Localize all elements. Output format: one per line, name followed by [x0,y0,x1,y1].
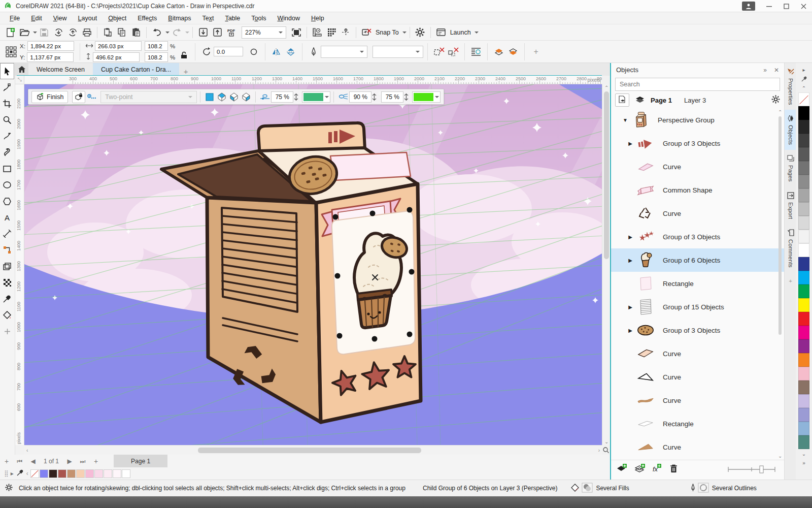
palette-swatch[interactable] [798,312,809,326]
expander-icon[interactable]: ▼ [622,117,628,123]
plane-right-icon[interactable] [240,91,252,103]
selection-handle[interactable] [333,214,339,220]
remove-perspective-icon[interactable] [432,45,446,58]
palette-swatch[interactable] [798,147,809,161]
palette-swatch[interactable] [798,257,809,271]
first-page-button[interactable]: ⏮ [13,458,26,465]
palette-scroll-left[interactable]: ‹ [26,470,28,477]
text-tool[interactable]: A [0,209,14,226]
delete-button[interactable] [670,464,678,474]
remove-perspective-group-icon[interactable] [447,45,460,58]
undo-button[interactable] [150,26,163,39]
line-opacity-spinner[interactable] [403,91,409,103]
palette-swatch[interactable] [798,326,809,339]
palette-swatch[interactable] [798,394,809,408]
expander-icon[interactable]: ▶ [627,234,633,240]
object-row[interactable]: Rectangle [611,412,784,435]
cut-button[interactable] [101,26,114,39]
palette-swatch[interactable] [798,380,809,394]
new-document-button[interactable] [4,26,17,39]
new-layer-button[interactable] [634,463,646,475]
doc-swatch[interactable] [67,469,76,478]
doc-swatch-none[interactable] [30,469,39,478]
doc-swatch[interactable] [76,469,85,478]
mesh-fill-tool[interactable] [0,274,14,291]
objects-search-input[interactable] [615,78,780,91]
object-row[interactable]: ▼Perspective Group [611,108,784,132]
expander-icon[interactable]: ▶ [627,328,633,333]
palette-top-arrow[interactable]: ▸ [796,65,812,74]
object-row[interactable]: Curve [611,389,784,412]
polygon-tool[interactable] [0,193,14,209]
doc-swatch[interactable] [85,469,94,478]
expander-icon[interactable]: ▶ [627,141,633,146]
scroll-right-arrow[interactable]: › [598,448,600,453]
docker-tab-comments[interactable]: Comments [785,224,796,273]
vertical-ruler[interactable]: pixels2100200019001800170016001500140013… [15,84,24,445]
docker-close-icon[interactable]: ✕ [774,67,779,74]
finish-button[interactable]: Finish [31,91,68,103]
palette-scroll-up[interactable]: ⌃ [796,83,812,92]
doc-swatch[interactable] [94,469,103,478]
selection-handle[interactable] [370,211,376,216]
palette-swatch[interactable] [798,367,809,380]
show-rulers-button[interactable] [311,26,324,39]
to-back-icon[interactable] [506,45,520,58]
options-button[interactable] [414,26,427,39]
palette-eyedropper[interactable] [796,74,812,83]
publish-pdf-button[interactable]: PDF [225,26,238,39]
palette-swatch[interactable] [798,298,809,312]
docker-tab-add[interactable]: + [785,273,796,289]
text-wrap-icon[interactable] [469,45,483,58]
palette-swatch[interactable] [798,202,809,216]
sync-upload-button[interactable] [66,26,79,39]
menu-object[interactable]: Object [103,13,132,23]
object-row[interactable]: Curve [611,202,784,225]
object-row[interactable]: ▶Group of 15 Objects [611,295,784,319]
docker-expand-icon[interactable]: » [763,67,767,74]
selection-handle[interactable] [407,332,413,337]
snap-off-button[interactable] [360,26,373,39]
horizontal-ruler[interactable]: pixels3004005006007008009001000110012001… [24,76,602,84]
selection-handle[interactable] [372,336,378,342]
expander-icon[interactable]: ▶ [627,304,633,310]
object-row[interactable]: Curve [611,435,784,459]
open-document-button[interactable] [18,26,31,39]
menu-bitmaps[interactable]: Bitmaps [162,13,196,23]
palette-eyedropper-icon[interactable] [17,469,23,478]
menu-effects[interactable]: Effects [132,13,162,23]
palette-swatch[interactable] [798,435,809,449]
ruler-corner[interactable]: ⤡ [15,76,24,84]
dimension-tool[interactable] [0,226,14,242]
fullscreen-preview-button[interactable] [290,26,303,39]
sync-download-button[interactable] [52,26,65,39]
palette-expand-icon[interactable]: ▸ [11,470,14,477]
rectangle-tool[interactable] [0,161,14,177]
palette-swatch[interactable] [798,175,809,188]
palette-swatch[interactable] [798,230,809,243]
plane-all-icon[interactable] [204,91,216,103]
scale-h-field[interactable]: 108.2 [145,41,168,51]
doc-swatch[interactable] [49,469,57,478]
selection-handle[interactable] [335,273,341,279]
palette-handle-icon[interactable]: ⣿ [4,470,9,477]
layer-row[interactable]: Page 1 Layer 3 [611,92,784,108]
prev-page-button[interactable]: ◀ [26,458,40,465]
crop-tool[interactable] [0,96,14,112]
object-width-field[interactable]: 266.03 px [95,41,142,51]
menu-window[interactable]: Window [272,13,305,23]
scale-v-field[interactable]: 108.2 [145,52,168,62]
palette-swatch[interactable] [798,353,809,367]
tab-document[interactable]: Cup Cake Carton - Dra... [93,63,179,76]
mirror-vertical-icon[interactable] [284,45,297,58]
perspective-type-combo[interactable]: Two-point [100,91,197,103]
docker-settings-icon[interactable] [771,95,780,105]
page-icon[interactable] [615,93,629,107]
plane-top-icon[interactable] [216,91,228,103]
launch-icon[interactable] [434,26,448,39]
outline-swatch-icon[interactable] [698,483,709,494]
object-row[interactable]: ▶Group of 3 Objects [611,225,784,248]
object-row[interactable]: ▶Group of 3 Objects [611,319,784,342]
hscroll-thumb[interactable] [198,448,421,453]
outline-width-combo[interactable] [321,46,367,58]
